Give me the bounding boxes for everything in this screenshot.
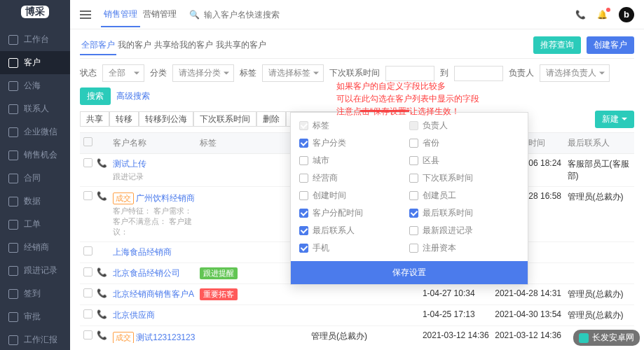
checkbox-label: 区县: [423, 155, 439, 167]
checkbox-label: 最后联系时间: [423, 207, 473, 219]
checkbox-icon: [409, 244, 418, 253]
toolbar-button[interactable]: 下次联系时间: [193, 111, 256, 127]
phone-icon[interactable]: 📞: [97, 158, 107, 168]
cell-assign-time: 1-04-25 17:13: [423, 309, 495, 319]
column-checkbox-item[interactable]: 最后联系人: [299, 225, 409, 237]
sidebar-item-label: 公海: [24, 80, 41, 92]
phone-icon[interactable]: 📞: [97, 267, 107, 277]
column-checkbox-item[interactable]: 创建时间: [299, 190, 409, 202]
row-checkbox[interactable]: [83, 288, 93, 298]
customer-name-link[interactable]: 测试123123123: [136, 332, 195, 342]
menu-toggle-icon[interactable]: [80, 10, 91, 19]
customer-name-link[interactable]: 北京供应商: [113, 310, 155, 320]
customer-name-link[interactable]: 广州饮料经销商: [136, 193, 195, 203]
phone-icon[interactable]: 📞: [97, 330, 107, 340]
column-checkbox-item[interactable]: 客户分配时间: [299, 207, 409, 219]
bell-icon[interactable]: 🔔: [597, 10, 608, 20]
column-checkbox-item[interactable]: 标签: [299, 120, 409, 132]
phone-icon[interactable]: 📞: [97, 309, 107, 319]
column-checkbox-item[interactable]: 区县: [409, 155, 519, 167]
subtab[interactable]: 我的客户: [116, 40, 153, 54]
brand-avatar[interactable]: b: [619, 7, 634, 22]
tag-select[interactable]: 请选择标签: [262, 64, 324, 82]
column-checkbox-item[interactable]: 最新跟进记录: [409, 225, 519, 237]
sidebar-item-wechat[interactable]: 企业微信: [0, 120, 70, 144]
sidebar-item-follow[interactable]: 跟进记录: [0, 259, 70, 282]
row-checkbox[interactable]: [83, 191, 93, 200]
checkbox-label: 客户分配时间: [313, 207, 363, 219]
owner-select[interactable]: 请选择负责人: [540, 64, 610, 82]
sidebar-item-contact[interactable]: 联系人: [0, 97, 70, 120]
sidebar-item-customer[interactable]: 客户: [0, 51, 70, 74]
column-checkbox-item[interactable]: 下次联系时间: [409, 172, 519, 184]
customer-name-link[interactable]: 测试上传: [113, 159, 146, 169]
sidebar-item-contract[interactable]: 合同: [0, 167, 70, 190]
toolbar-button[interactable]: 转移: [109, 111, 139, 127]
column-checkbox-item[interactable]: 创建员工: [409, 190, 519, 202]
date-from-input[interactable]: [385, 66, 434, 81]
cell-last-person: 管理员(总裁办): [568, 309, 634, 321]
follow-icon: [8, 266, 18, 276]
sidebar-item-workorder[interactable]: 工单: [0, 213, 70, 236]
row-checkbox[interactable]: [83, 330, 93, 340]
date-to-input[interactable]: [454, 66, 503, 81]
sidebar-item-sign[interactable]: 签到: [0, 282, 70, 305]
row-checkbox[interactable]: [83, 267, 93, 276]
customer-name-link[interactable]: 北京食品经销公司: [113, 268, 180, 278]
column-checkbox-item[interactable]: 负责人: [409, 120, 519, 132]
column-checkbox-item[interactable]: 经营商: [299, 172, 409, 184]
search-button[interactable]: 搜索: [80, 88, 111, 105]
sidebar-item-data[interactable]: 数据: [0, 190, 70, 213]
toolbar-button[interactable]: 共享: [80, 111, 109, 127]
new-dropdown[interactable]: 新建: [595, 111, 634, 128]
column-checkbox-item[interactable]: 客户分类: [299, 137, 409, 149]
toolbar-button[interactable]: 删除: [256, 111, 286, 127]
status-select[interactable]: 全部: [102, 64, 144, 82]
column-checkbox-item[interactable]: 省份: [409, 137, 519, 149]
select-all-checkbox[interactable]: [83, 137, 93, 146]
row-checkbox[interactable]: [83, 158, 93, 167]
checkbox-label: 手机: [313, 242, 329, 254]
sidebar-item-opportunity[interactable]: 销售机会: [0, 144, 70, 167]
nav-tab[interactable]: 营销管理: [140, 9, 179, 26]
subtab[interactable]: 我共享的客户: [214, 40, 268, 54]
subtab[interactable]: 全部客户: [80, 40, 116, 55]
column-checkbox-item[interactable]: 手机: [299, 242, 409, 254]
sidebar-item-label: 联系人: [24, 103, 49, 115]
sidebar-item-approval[interactable]: 审批: [0, 305, 70, 328]
logo: 博采: [21, 6, 49, 18]
subtab[interactable]: 共享给我的客户: [153, 40, 214, 54]
global-search[interactable]: 🔍: [189, 10, 566, 20]
sidebar-item-sea[interactable]: 公海: [0, 74, 70, 97]
sidebar-item-label: 企业微信: [24, 126, 57, 138]
cell-last-person: 管理员(总裁办): [568, 288, 634, 300]
row-checkbox[interactable]: [83, 309, 93, 318]
phone-icon[interactable]: 📞: [97, 191, 107, 201]
nav-tab[interactable]: 销售管理: [101, 9, 140, 27]
customer-name-link[interactable]: 北京经销商销售客户A: [113, 289, 194, 299]
phone-icon[interactable]: 📞: [575, 10, 586, 20]
advanced-search-link[interactable]: 高级搜索: [116, 90, 150, 102]
column-checkbox-item[interactable]: 最后联系时间: [409, 207, 519, 219]
phone-icon[interactable]: 📞: [97, 288, 107, 298]
category-select[interactable]: 请选择分类: [172, 64, 234, 82]
approval-icon: [8, 312, 18, 322]
sidebar-item-workbench[interactable]: 工作台: [0, 28, 70, 51]
toolbar-button[interactable]: 转移到公海: [139, 111, 193, 127]
row-checkbox[interactable]: [83, 246, 93, 255]
column-checkbox-item[interactable]: 城市: [299, 155, 409, 167]
annotation-text: 如果客户的自定义字段比较多 可以在此勾选在客户列表中显示的字段 注意点击“保存设…: [336, 80, 479, 118]
sidebar-item-label: 审批: [24, 311, 41, 323]
sidebar-item-label: 销售机会: [24, 149, 57, 161]
create-customer-button[interactable]: 创建客户: [587, 36, 634, 54]
search-input[interactable]: [204, 10, 566, 20]
save-settings-button[interactable]: 保存设置: [291, 261, 528, 284]
workorder-icon: [8, 220, 18, 230]
promote-query-button[interactable]: 推荐查询: [533, 36, 581, 54]
sidebar-item-dealer[interactable]: 经销商: [0, 236, 70, 259]
column-checkbox-item[interactable]: 注册资本: [409, 242, 519, 254]
checkbox-label: 经营商: [313, 172, 338, 184]
cell-last-person: 管理员(总裁办): [568, 191, 634, 203]
sidebar-item-report[interactable]: 工作汇报: [0, 328, 70, 350]
customer-name-link[interactable]: 上海食品经销商: [113, 247, 172, 257]
